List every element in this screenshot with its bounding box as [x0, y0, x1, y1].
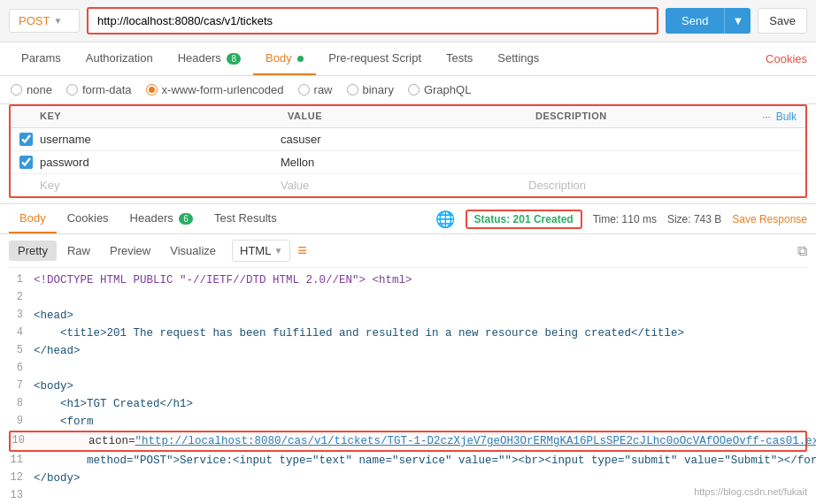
code-line-1: 1 <!DOCTYPE HTML PUBLIC "-//IETF//DTD HT…: [9, 271, 807, 289]
line-num-6: 6: [9, 360, 34, 378]
code-area: 1 <!DOCTYPE HTML PUBLIC "-//IETF//DTD HT…: [9, 268, 807, 504]
code-content-1: <!DOCTYPE HTML PUBLIC "-//IETF//DTD HTML…: [34, 271, 807, 289]
code-line-3: 3 <head>: [9, 307, 807, 325]
tab-authorization[interactable]: Authorization: [73, 42, 166, 75]
radio-form-data[interactable]: form-data: [66, 83, 132, 96]
code-line-5: 5 </head>: [9, 342, 807, 360]
radio-circle-raw: [298, 84, 310, 95]
radio-circle-binary: [347, 84, 358, 95]
copy-icon[interactable]: ⧉: [797, 243, 807, 259]
cookies-link[interactable]: Cookies: [766, 52, 807, 65]
code-line-2: 2: [9, 289, 807, 307]
visualize-btn[interactable]: Visualize: [161, 241, 225, 261]
code-line-8: 8 <h1>TGT Created</h1>: [9, 395, 807, 413]
radio-raw[interactable]: raw: [298, 83, 333, 96]
radio-label-raw: raw: [314, 83, 333, 96]
radio-binary[interactable]: binary: [347, 83, 394, 96]
code-line-11: 11 method="POST">Service:<input type="te…: [9, 452, 807, 470]
code-line-9: 9 <form: [9, 413, 807, 431]
radio-none[interactable]: none: [11, 83, 52, 96]
time-info: Time: 110 ms: [593, 213, 657, 225]
ellipsis-icon[interactable]: ···: [762, 111, 770, 122]
code-content-13: [34, 487, 807, 504]
radio-label-binary: binary: [363, 83, 394, 96]
tab-body[interactable]: Body: [253, 42, 316, 75]
kv-row-empty: Key Value Description: [11, 174, 805, 196]
line-num-1: 1: [9, 271, 34, 289]
body-dot: [297, 56, 304, 62]
line-num-5: 5: [9, 342, 34, 360]
status-badge: Status: 201 Created: [466, 210, 582, 229]
send-arrow-icon[interactable]: ▼: [724, 8, 751, 34]
resp-tab-test-results[interactable]: Test Results: [204, 204, 288, 233]
line-num-3: 3: [9, 307, 34, 325]
headers-badge: 8: [227, 53, 241, 65]
size-info: Size: 743 B: [667, 213, 721, 225]
resp-tab-headers[interactable]: Headers 6: [119, 204, 204, 233]
resp-tab-body[interactable]: Body: [9, 204, 57, 233]
kv-val-password[interactable]: Mellon: [281, 156, 528, 169]
line-num-11: 11: [9, 452, 34, 470]
resp-tab-cookies[interactable]: Cookies: [57, 204, 119, 233]
radio-label-graphql: GraphQL: [424, 83, 471, 96]
kv-placeholder-value[interactable]: Value: [281, 179, 528, 192]
url-input[interactable]: [87, 7, 658, 34]
kv-col-desc-header: DESCRIPTION: [535, 111, 762, 123]
send-button[interactable]: Send ▼: [666, 8, 751, 34]
response-area: Pretty Raw Preview Visualize HTML ▼ ≡ ⧉ …: [0, 234, 816, 504]
radio-label-form-data: form-data: [82, 83, 132, 96]
code-line-13: 13: [9, 487, 807, 504]
kv-col-actions-header: ··· Bulk: [762, 111, 797, 123]
radio-urlencoded[interactable]: x-www-form-urlencoded: [146, 83, 284, 96]
request-tabs: Params Authorization Headers 8 Body Pre-…: [0, 42, 816, 76]
line-num-4: 4: [9, 325, 34, 342]
kv-key-password[interactable]: password: [40, 156, 281, 169]
code-content-8: <h1>TGT Created</h1>: [34, 395, 807, 413]
format-label: HTML: [240, 244, 271, 257]
save-button[interactable]: Save: [758, 8, 807, 34]
code-content-4: <title>201 The request has been fulfille…: [34, 325, 807, 342]
tab-params[interactable]: Params: [9, 42, 73, 75]
line-num-13: 13: [9, 487, 34, 504]
pretty-btn[interactable]: Pretty: [9, 241, 57, 261]
kv-val-username[interactable]: casuser: [281, 133, 528, 146]
line-num-12: 12: [9, 470, 34, 487]
radio-circle-urlencoded: [146, 84, 158, 95]
radio-graphql[interactable]: GraphQL: [408, 83, 471, 96]
kv-table: KEY VALUE DESCRIPTION ··· Bulk username …: [9, 104, 807, 198]
tab-settings[interactable]: Settings: [485, 42, 551, 75]
kv-checkbox-username[interactable]: [19, 133, 33, 146]
line-num-10: 10: [11, 432, 35, 450]
format-select[interactable]: HTML ▼: [232, 240, 290, 262]
code-content-11: method="POST">Service:<input type="text"…: [34, 452, 816, 470]
code-content-12: </body>: [34, 470, 807, 487]
tab-headers[interactable]: Headers 8: [166, 42, 253, 75]
resp-headers-badge: 6: [179, 213, 193, 225]
preview-btn[interactable]: Preview: [101, 241, 159, 261]
tab-pre-request[interactable]: Pre-request Script: [316, 42, 434, 75]
code-content-2: [34, 289, 807, 307]
radio-label-urlencoded: x-www-form-urlencoded: [162, 83, 284, 96]
tab-tests[interactable]: Tests: [434, 42, 485, 75]
raw-btn[interactable]: Raw: [58, 241, 99, 261]
kv-header: KEY VALUE DESCRIPTION ··· Bulk: [11, 106, 805, 128]
url-bar: POST ▼ Send ▼ Save: [0, 0, 816, 42]
bulk-label[interactable]: Bulk: [776, 111, 797, 123]
wrap-icon[interactable]: ≡: [297, 241, 307, 260]
kv-row-password: password Mellon: [11, 151, 805, 174]
kv-placeholder-key[interactable]: Key: [40, 179, 281, 192]
save-response-btn[interactable]: Save Response: [732, 213, 807, 225]
line-num-7: 7: [9, 378, 34, 395]
watermark: https://blog.csdn.net/fukait: [694, 486, 807, 497]
code-content-10: action="http://localhost:8080/cas/v1/tic…: [35, 432, 816, 450]
code-line-12: 12 </body>: [9, 470, 807, 487]
code-line-4: 4 <title>201 The request has been fulfil…: [9, 325, 807, 342]
kv-key-username[interactable]: username: [40, 133, 281, 146]
code-line-7: 7 <body>: [9, 378, 807, 395]
kv-checkbox-password[interactable]: [19, 156, 33, 169]
kv-placeholder-desc[interactable]: Description: [528, 179, 797, 192]
method-select[interactable]: POST ▼: [9, 9, 80, 33]
radio-circle-none: [11, 84, 22, 95]
radio-label-none: none: [27, 83, 52, 96]
globe-icon[interactable]: 🌐: [435, 210, 455, 229]
